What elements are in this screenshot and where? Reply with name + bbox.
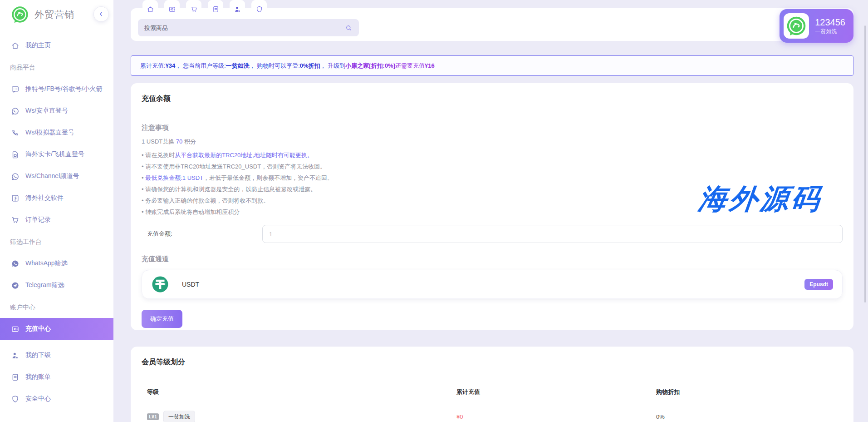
recharge-level-alert: 累计充值: ¥34， 您当前用户等级: 一贫如洗， 购物时可以享受: 0%折扣 … [131, 55, 853, 76]
person-star-icon [11, 351, 20, 360]
sidebar-item[interactable]: 我的账单 [0, 366, 113, 388]
tab-shield[interactable] [251, 0, 267, 18]
search-input[interactable] [144, 25, 345, 31]
sidebar-item[interactable]: 我的主页 [0, 35, 113, 56]
app-logo-icon [786, 15, 807, 36]
person-star-icon [234, 5, 241, 13]
text-segment: 请不要使用非TRC20地址发送TRC20_USDT，否则资产将无法收回。 [145, 163, 326, 170]
note-item: 转账完成后系统将自动增加相应积分 [142, 206, 843, 218]
tab-person-star[interactable] [230, 0, 245, 18]
channel-name: USDT [182, 281, 199, 288]
sidebar-item-label: 我的账单 [25, 373, 51, 381]
sidebar-item[interactable]: 海外社交软件 [0, 187, 113, 209]
user-badge[interactable]: 123456 一贫如洗 [780, 9, 853, 43]
discount-value: 0% [656, 413, 837, 420]
sidebar-item-label: Telegram筛选 [25, 281, 64, 289]
sidebar-section-label: 商品平台 [0, 56, 113, 78]
level-cell: LV1一贫如洗 [147, 411, 456, 422]
chat-icon [11, 85, 20, 94]
text-segment: 最低兑换金额:1 USDT [145, 174, 203, 181]
sidebar-item-label: 我的主页 [25, 41, 51, 50]
whatsapp-icon [11, 107, 20, 115]
app-title: 外贸营销 [34, 8, 74, 21]
sidebar-item[interactable]: 海外实卡/飞机直登号 [0, 144, 113, 165]
sidebar-item[interactable]: 推特号/FB号/谷歌号/小火箭 [0, 78, 113, 100]
sidebar-section-label: 账户中心 [0, 296, 113, 318]
exchange-rate-line: 1 USDT兑换 70 积分 [142, 138, 843, 146]
whatsapp-icon [11, 172, 20, 181]
text-segment: 1 USDT兑换 [142, 138, 176, 145]
telegram-icon [11, 281, 20, 290]
sidebar-item[interactable]: Telegram筛选 [0, 274, 113, 296]
sidebar-item[interactable]: WhatsApp筛选 [0, 253, 113, 274]
user-level: 一贫如洗 [815, 28, 845, 35]
app-logo-icon [11, 5, 29, 24]
cart-icon [190, 5, 198, 13]
sidebar-collapse-button[interactable] [93, 6, 109, 22]
sidebar-item-label: Ws/模拟器直登号 [25, 129, 74, 137]
tab-wallet[interactable] [164, 0, 180, 18]
note-item: 最低兑换金额:1 USDT，若低于最低金额，则余额不增加，资产不追回。 [142, 172, 843, 184]
facebook-icon [11, 194, 20, 203]
sidebar-item[interactable]: 充值中心 [0, 318, 113, 340]
page-scrollbar[interactable] [864, 25, 866, 303]
recharge-card: 充值余额 注意事项 1 USDT兑换 70 积分 请在兑换时从平台获取最新的TR… [131, 83, 853, 330]
search-icon[interactable] [345, 24, 353, 32]
sidebar-item[interactable]: Ws/安卓直登号 [0, 100, 113, 122]
sim-card-icon [11, 150, 20, 159]
amount-input[interactable] [262, 225, 843, 243]
recharge-value: ¥0 [456, 413, 656, 420]
sidebar-item[interactable]: Ws/模拟器直登号 [0, 122, 113, 144]
main-area: 123456 一贫如洗 累计充值: ¥34， 您当前用户等级: 一贫如洗， 购物… [113, 0, 868, 422]
sidebar-item-label: Ws/Channel频道号 [25, 172, 79, 180]
sidebar-item[interactable]: 安全中心 [0, 388, 113, 410]
sidebar-item-label: WhatsApp筛选 [25, 259, 68, 268]
sidebar-item[interactable]: 我的下级 [0, 344, 113, 366]
channel-option-usdt[interactable]: USDT Epusdt [142, 270, 843, 299]
sidebar-item-label: Ws/安卓直登号 [25, 107, 68, 115]
note-item: 请确保您的计算机和浏览器是安全的，以防止信息被篡改或泄露。 [142, 184, 843, 195]
channel-badge: Epusdt [804, 279, 833, 290]
header: 123456 一贫如洗 [131, 0, 853, 41]
cart-icon [11, 216, 20, 224]
table-header-cell: 购物折扣 [656, 388, 837, 396]
tab-cart[interactable] [186, 0, 201, 18]
sidebar-item[interactable]: Ws/Channel频道号 [0, 165, 113, 187]
channel-title: 充值通道 [142, 255, 843, 263]
text-segment: 70 [176, 138, 182, 145]
levels-card-title: 会员等级划分 [142, 357, 843, 367]
home-icon [147, 5, 154, 13]
notes-list: 请在兑换时从平台获取最新的TRC20地址,地址随时有可能更换。请不要使用非TRC… [142, 149, 843, 218]
level-name-chip: 一贫如洗 [163, 411, 195, 422]
sidebar-item-label: 安全中心 [25, 395, 51, 403]
shield-icon [255, 5, 263, 13]
sidebar: 外贸营销 我的主页商品平台推特号/FB号/谷歌号/小火箭Ws/安卓直登号Ws/模… [0, 0, 113, 422]
note-item: 请不要使用非TRC20地址发送TRC20_USDT，否则资产将无法收回。 [142, 161, 843, 172]
wallet-icon [11, 325, 20, 333]
text-segment: 小康之家[折扣:0%] [345, 62, 395, 70]
sidebar-item-label: 充值中心 [25, 325, 51, 333]
level-badge: LV1 [147, 413, 159, 420]
text-segment: 从平台获取最新的TRC20地址,地址随时有可能更换。 [175, 152, 313, 159]
text-segment: 转账完成后系统将自动增加相应积分 [145, 209, 240, 215]
user-meta: 123456 一贫如洗 [815, 17, 845, 35]
note-item: 务必要输入正确的付款金额，否则将收不到款。 [142, 195, 843, 206]
amount-row: 充值金额: [142, 225, 843, 243]
sidebar-item-label: 推特号/FB号/谷歌号/小火箭 [25, 85, 103, 93]
text-segment: 请确保您的计算机和浏览器是安全的，以防止信息被篡改或泄露。 [145, 186, 316, 193]
text-segment: 累计充值: [140, 62, 166, 70]
table-header-cell: 累计充值 [456, 388, 656, 396]
tab-bill[interactable] [208, 0, 223, 18]
member-levels-card: 会员等级划分 等级累计充值购物折扣 LV1一贫如洗¥00% [131, 347, 853, 422]
whatsapp-filled-icon [11, 259, 20, 268]
sidebar-item-label: 海外社交软件 [25, 194, 64, 202]
confirm-recharge-button[interactable]: 确定充值 [142, 310, 182, 328]
sidebar-section-label: 筛选工作台 [0, 231, 113, 253]
tab-home[interactable] [142, 0, 158, 18]
sidebar-nav: 我的主页商品平台推特号/FB号/谷歌号/小火箭Ws/安卓直登号Ws/模拟器直登号… [0, 29, 113, 410]
search-bar [138, 19, 359, 36]
text-segment: 还需要充值 [395, 62, 425, 70]
sidebar-item[interactable]: 订单记录 [0, 209, 113, 231]
note-item: 请在兑换时从平台获取最新的TRC20地址,地址随时有可能更换。 [142, 149, 843, 161]
sidebar-item-label: 我的下级 [25, 351, 51, 359]
